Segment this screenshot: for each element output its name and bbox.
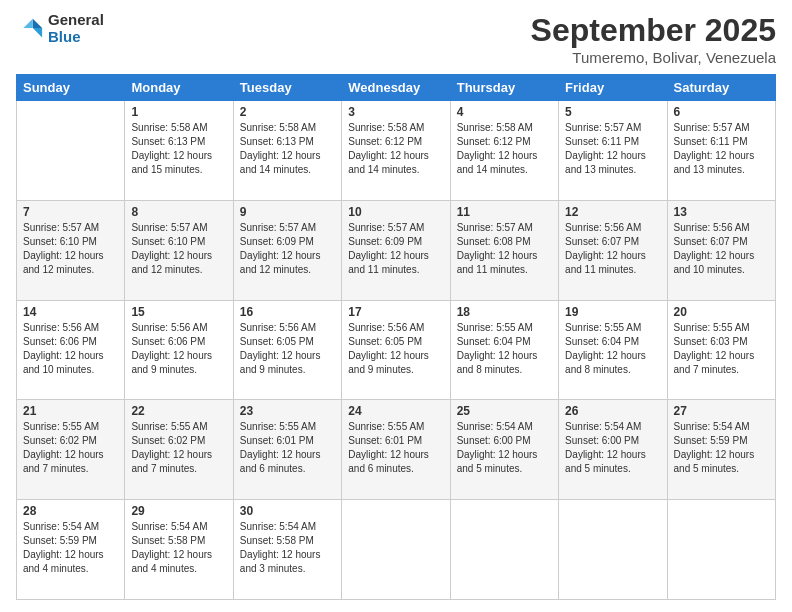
week-row-3: 14Sunrise: 5:56 AMSunset: 6:06 PMDayligh…: [17, 300, 776, 400]
calendar-cell: 8Sunrise: 5:57 AMSunset: 6:10 PMDaylight…: [125, 200, 233, 300]
header: General Blue September 2025 Tumeremo, Bo…: [16, 12, 776, 66]
calendar-cell: 14Sunrise: 5:56 AMSunset: 6:06 PMDayligh…: [17, 300, 125, 400]
day-info: Sunrise: 5:55 AMSunset: 6:04 PMDaylight:…: [457, 321, 552, 377]
calendar-cell: 30Sunrise: 5:54 AMSunset: 5:58 PMDayligh…: [233, 500, 341, 600]
day-number: 8: [131, 205, 226, 219]
day-info: Sunrise: 5:56 AMSunset: 6:06 PMDaylight:…: [131, 321, 226, 377]
day-number: 26: [565, 404, 660, 418]
day-info: Sunrise: 5:54 AMSunset: 6:00 PMDaylight:…: [457, 420, 552, 476]
page: General Blue September 2025 Tumeremo, Bo…: [0, 0, 792, 612]
calendar-cell: 13Sunrise: 5:56 AMSunset: 6:07 PMDayligh…: [667, 200, 775, 300]
svg-marker-0: [33, 18, 42, 27]
calendar-cell: 24Sunrise: 5:55 AMSunset: 6:01 PMDayligh…: [342, 400, 450, 500]
day-info: Sunrise: 5:56 AMSunset: 6:05 PMDaylight:…: [348, 321, 443, 377]
day-info: Sunrise: 5:56 AMSunset: 6:06 PMDaylight:…: [23, 321, 118, 377]
weekday-header-tuesday: Tuesday: [233, 75, 341, 101]
calendar-cell: 18Sunrise: 5:55 AMSunset: 6:04 PMDayligh…: [450, 300, 558, 400]
week-row-5: 28Sunrise: 5:54 AMSunset: 5:59 PMDayligh…: [17, 500, 776, 600]
logo-general-text: General: [48, 12, 104, 29]
svg-marker-2: [23, 18, 32, 27]
main-title: September 2025: [531, 12, 776, 49]
day-number: 16: [240, 305, 335, 319]
day-info: Sunrise: 5:55 AMSunset: 6:03 PMDaylight:…: [674, 321, 769, 377]
day-info: Sunrise: 5:57 AMSunset: 6:09 PMDaylight:…: [240, 221, 335, 277]
day-info: Sunrise: 5:54 AMSunset: 5:59 PMDaylight:…: [23, 520, 118, 576]
week-row-2: 7Sunrise: 5:57 AMSunset: 6:10 PMDaylight…: [17, 200, 776, 300]
day-number: 28: [23, 504, 118, 518]
day-number: 3: [348, 105, 443, 119]
week-row-1: 1Sunrise: 5:58 AMSunset: 6:13 PMDaylight…: [17, 101, 776, 201]
calendar-table: SundayMondayTuesdayWednesdayThursdayFrid…: [16, 74, 776, 600]
day-info: Sunrise: 5:54 AMSunset: 5:59 PMDaylight:…: [674, 420, 769, 476]
day-number: 27: [674, 404, 769, 418]
weekday-header-thursday: Thursday: [450, 75, 558, 101]
calendar-cell: 9Sunrise: 5:57 AMSunset: 6:09 PMDaylight…: [233, 200, 341, 300]
day-info: Sunrise: 5:58 AMSunset: 6:12 PMDaylight:…: [348, 121, 443, 177]
day-info: Sunrise: 5:55 AMSunset: 6:02 PMDaylight:…: [23, 420, 118, 476]
calendar-cell: 26Sunrise: 5:54 AMSunset: 6:00 PMDayligh…: [559, 400, 667, 500]
calendar-cell: [17, 101, 125, 201]
day-number: 22: [131, 404, 226, 418]
day-info: Sunrise: 5:56 AMSunset: 6:07 PMDaylight:…: [565, 221, 660, 277]
day-number: 15: [131, 305, 226, 319]
weekday-header-sunday: Sunday: [17, 75, 125, 101]
weekday-header-saturday: Saturday: [667, 75, 775, 101]
svg-marker-1: [33, 28, 42, 37]
day-info: Sunrise: 5:56 AMSunset: 6:05 PMDaylight:…: [240, 321, 335, 377]
day-info: Sunrise: 5:55 AMSunset: 6:01 PMDaylight:…: [348, 420, 443, 476]
calendar-cell: [342, 500, 450, 600]
day-info: Sunrise: 5:55 AMSunset: 6:02 PMDaylight:…: [131, 420, 226, 476]
day-number: 14: [23, 305, 118, 319]
logo-blue-text: Blue: [48, 29, 104, 46]
title-block: September 2025 Tumeremo, Bolivar, Venezu…: [531, 12, 776, 66]
day-number: 12: [565, 205, 660, 219]
weekday-header-monday: Monday: [125, 75, 233, 101]
weekday-header-wednesday: Wednesday: [342, 75, 450, 101]
day-info: Sunrise: 5:55 AMSunset: 6:01 PMDaylight:…: [240, 420, 335, 476]
calendar-cell: [559, 500, 667, 600]
calendar-cell: 16Sunrise: 5:56 AMSunset: 6:05 PMDayligh…: [233, 300, 341, 400]
day-number: 17: [348, 305, 443, 319]
calendar-cell: 22Sunrise: 5:55 AMSunset: 6:02 PMDayligh…: [125, 400, 233, 500]
calendar-cell: 20Sunrise: 5:55 AMSunset: 6:03 PMDayligh…: [667, 300, 775, 400]
day-number: 20: [674, 305, 769, 319]
day-info: Sunrise: 5:56 AMSunset: 6:07 PMDaylight:…: [674, 221, 769, 277]
day-info: Sunrise: 5:57 AMSunset: 6:09 PMDaylight:…: [348, 221, 443, 277]
calendar-cell: 1Sunrise: 5:58 AMSunset: 6:13 PMDaylight…: [125, 101, 233, 201]
day-number: 25: [457, 404, 552, 418]
day-number: 1: [131, 105, 226, 119]
calendar-cell: 5Sunrise: 5:57 AMSunset: 6:11 PMDaylight…: [559, 101, 667, 201]
calendar-body: 1Sunrise: 5:58 AMSunset: 6:13 PMDaylight…: [17, 101, 776, 600]
calendar-cell: 6Sunrise: 5:57 AMSunset: 6:11 PMDaylight…: [667, 101, 775, 201]
calendar-cell: 2Sunrise: 5:58 AMSunset: 6:13 PMDaylight…: [233, 101, 341, 201]
day-number: 21: [23, 404, 118, 418]
calendar-cell: 4Sunrise: 5:58 AMSunset: 6:12 PMDaylight…: [450, 101, 558, 201]
calendar-cell: 7Sunrise: 5:57 AMSunset: 6:10 PMDaylight…: [17, 200, 125, 300]
calendar-cell: 15Sunrise: 5:56 AMSunset: 6:06 PMDayligh…: [125, 300, 233, 400]
day-number: 5: [565, 105, 660, 119]
calendar-cell: 27Sunrise: 5:54 AMSunset: 5:59 PMDayligh…: [667, 400, 775, 500]
day-info: Sunrise: 5:55 AMSunset: 6:04 PMDaylight:…: [565, 321, 660, 377]
day-info: Sunrise: 5:57 AMSunset: 6:11 PMDaylight:…: [565, 121, 660, 177]
logo-text: General Blue: [48, 12, 104, 45]
calendar-cell: [667, 500, 775, 600]
day-number: 11: [457, 205, 552, 219]
calendar-cell: 19Sunrise: 5:55 AMSunset: 6:04 PMDayligh…: [559, 300, 667, 400]
calendar-cell: 3Sunrise: 5:58 AMSunset: 6:12 PMDaylight…: [342, 101, 450, 201]
day-info: Sunrise: 5:54 AMSunset: 5:58 PMDaylight:…: [240, 520, 335, 576]
calendar-cell: 17Sunrise: 5:56 AMSunset: 6:05 PMDayligh…: [342, 300, 450, 400]
day-number: 18: [457, 305, 552, 319]
day-number: 23: [240, 404, 335, 418]
calendar-cell: 12Sunrise: 5:56 AMSunset: 6:07 PMDayligh…: [559, 200, 667, 300]
calendar-cell: 29Sunrise: 5:54 AMSunset: 5:58 PMDayligh…: [125, 500, 233, 600]
week-row-4: 21Sunrise: 5:55 AMSunset: 6:02 PMDayligh…: [17, 400, 776, 500]
day-info: Sunrise: 5:58 AMSunset: 6:12 PMDaylight:…: [457, 121, 552, 177]
calendar-cell: 10Sunrise: 5:57 AMSunset: 6:09 PMDayligh…: [342, 200, 450, 300]
day-number: 2: [240, 105, 335, 119]
calendar-header: SundayMondayTuesdayWednesdayThursdayFrid…: [17, 75, 776, 101]
day-number: 19: [565, 305, 660, 319]
day-number: 7: [23, 205, 118, 219]
day-info: Sunrise: 5:54 AMSunset: 6:00 PMDaylight:…: [565, 420, 660, 476]
day-info: Sunrise: 5:54 AMSunset: 5:58 PMDaylight:…: [131, 520, 226, 576]
day-number: 9: [240, 205, 335, 219]
